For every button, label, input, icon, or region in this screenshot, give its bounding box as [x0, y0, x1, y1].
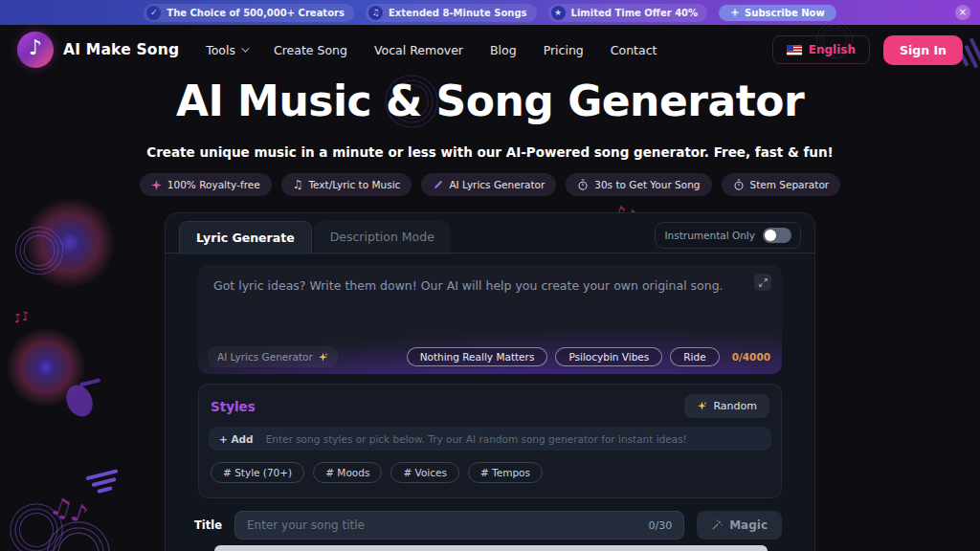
language-selector[interactable]: English: [772, 35, 870, 64]
nav-item-create-song[interactable]: Create Song: [274, 43, 347, 57]
suggestion-chip[interactable]: Psilocybin Vibes: [555, 347, 662, 366]
feature-ai-lyrics: AI Lyrics Generator: [421, 173, 556, 196]
title-label: Title: [194, 518, 222, 532]
promo-badge-creators: ✓ The Choice of 500,000+ Creators: [144, 4, 354, 22]
nav-label: Vocal Remover: [374, 43, 463, 57]
ai-lyrics-label: AI Lyrics Generator: [217, 351, 313, 363]
feature-label: 30s to Get Your Song: [594, 179, 700, 190]
brand-name[interactable]: AI Make Song: [63, 41, 179, 58]
suggestion-chip[interactable]: Nothing Really Matters: [407, 347, 548, 366]
instrumental-only-control: Instrumental Only: [655, 222, 801, 249]
stopwatch-icon: [733, 179, 745, 190]
toggle-knob: [765, 230, 776, 241]
sparkle-icon: [697, 401, 707, 411]
random-style-button[interactable]: Random: [684, 394, 769, 418]
sparkle-icon: [318, 352, 328, 363]
nav-item-tools[interactable]: Tools: [206, 43, 247, 57]
feature-label: AI Lyrics Generator: [449, 179, 545, 190]
instrumental-only-toggle[interactable]: [763, 228, 791, 243]
lyrics-char-counter: 0/4000: [732, 351, 770, 363]
tabs-divider: [166, 253, 814, 253]
page-subtitle: Create unique music in a minute or less …: [0, 144, 980, 160]
check-circle-icon: ✓: [146, 6, 161, 20]
feature-30s-song: 30s to Get Your Song: [566, 173, 711, 196]
style-input[interactable]: [266, 433, 761, 445]
music-note-icon: ♫: [368, 6, 383, 20]
nav-label: Tools: [206, 43, 235, 57]
styles-heading: Styles: [211, 399, 256, 414]
site-header: ♪ AI Make Song Tools Create Song Vocal R…: [0, 25, 980, 75]
promo-badge-offer: ★ Limited Time Offer 40%: [548, 4, 708, 22]
magic-wand-icon: [711, 519, 723, 531]
title-input-container: 0/30: [234, 511, 684, 540]
magic-label: Magic: [729, 518, 768, 532]
tag-style[interactable]: # Style (70+): [211, 462, 304, 483]
promo-badge-label: The Choice of 500,000+ Creators: [167, 8, 345, 18]
tag-moods[interactable]: # Moods: [313, 462, 382, 483]
nav-label: Create Song: [274, 43, 347, 57]
style-add-row: + Add: [209, 427, 771, 451]
nav-label: Pricing: [544, 43, 584, 57]
tag-voices[interactable]: # Voices: [390, 462, 459, 483]
suggestion-chip[interactable]: Ride: [670, 347, 719, 366]
brand-logo[interactable]: ♪: [17, 32, 54, 68]
tab-description-mode[interactable]: Description Mode: [314, 221, 451, 254]
subscribe-label: Subscribe Now: [745, 8, 825, 18]
sparkle-icon: [151, 180, 162, 190]
magic-title-button[interactable]: Magic: [697, 511, 782, 540]
feature-badges: 100% Royalty-free ♫ Text/Lyric to Music …: [0, 173, 980, 196]
feature-royalty-free: 100% Royalty-free: [140, 173, 272, 196]
glow-blob: [24, 197, 116, 289]
feature-label: Text/Lyric to Music: [308, 179, 400, 190]
star-icon: ★: [551, 6, 566, 20]
decorative-rings: [42, 517, 115, 551]
subscribe-now-button[interactable]: Subscribe Now: [719, 5, 836, 21]
nav-label: Blog: [490, 43, 517, 57]
expand-icon[interactable]: [754, 274, 771, 291]
nav-label: Contact: [611, 43, 657, 57]
glow-blob: [6, 327, 86, 408]
tab-lyric-generate[interactable]: Lyric Generate: [179, 221, 312, 254]
promo-badge-extended-songs: ♫ Extended 8-Minute Songs: [366, 4, 537, 22]
lyrics-footer: AI Lyrics Generator Nothing Really Matte…: [208, 346, 770, 367]
random-label: Random: [713, 400, 757, 412]
style-category-tags: # Style (70+) # Moods # Voices # Tempos: [209, 462, 771, 483]
header-actions: English Sign In: [772, 35, 963, 65]
close-icon[interactable]: ×: [955, 5, 970, 20]
instrumental-only-label: Instrumental Only: [664, 230, 755, 241]
language-label: English: [809, 43, 856, 56]
chevron-down-icon: [241, 44, 249, 52]
us-flag-icon: [787, 45, 802, 55]
title-char-counter: 0/30: [648, 519, 672, 532]
add-style-button[interactable]: + Add: [219, 433, 254, 445]
sign-in-button[interactable]: Sign In: [883, 35, 963, 65]
nav-item-blog[interactable]: Blog: [490, 43, 517, 57]
promo-bar: ✓ The Choice of 500,000+ Creators ♫ Exte…: [0, 0, 980, 25]
music-notes-decor: ♫♪: [46, 491, 91, 530]
feature-stem-separator: Stem Separator: [722, 173, 841, 196]
stopwatch-icon: [577, 179, 589, 190]
title-row: Title 0/30 Magic: [194, 511, 782, 540]
styles-section: Styles Random + Add # Style (70+) # Mood…: [198, 384, 782, 498]
feature-label: Stem Separator: [750, 179, 830, 190]
nav-item-vocal-remover[interactable]: Vocal Remover: [374, 43, 463, 57]
song-generator-card: Lyric Generate Description Mode Instrume…: [165, 212, 815, 551]
nav-item-contact[interactable]: Contact: [611, 43, 657, 57]
tag-tempos[interactable]: # Tempos: [468, 462, 543, 483]
lyrics-input-area: AI Lyrics Generator Nothing Really Matte…: [198, 265, 782, 374]
decorative-rings: [11, 223, 67, 278]
main-nav: Tools Create Song Vocal Remover Blog Pri…: [206, 43, 657, 57]
mode-tabs: Lyric Generate Description Mode: [179, 221, 451, 254]
music-note-icon: ♫: [293, 178, 303, 191]
promo-badge-label: Limited Time Offer 40%: [571, 8, 699, 18]
song-title-input[interactable]: [247, 518, 648, 532]
music-notes-decor: ♪♪: [11, 308, 31, 326]
ai-lyrics-generator-button[interactable]: AI Lyrics Generator: [208, 346, 338, 367]
nav-item-pricing[interactable]: Pricing: [544, 43, 584, 57]
sparkle-icon: [730, 8, 740, 17]
music-note-icon: ♪: [17, 35, 54, 59]
decorative-rings: [6, 499, 67, 551]
music-note-decor: [61, 381, 98, 421]
partial-bottom-button[interactable]: [214, 545, 768, 551]
lines-decor: [86, 469, 123, 499]
